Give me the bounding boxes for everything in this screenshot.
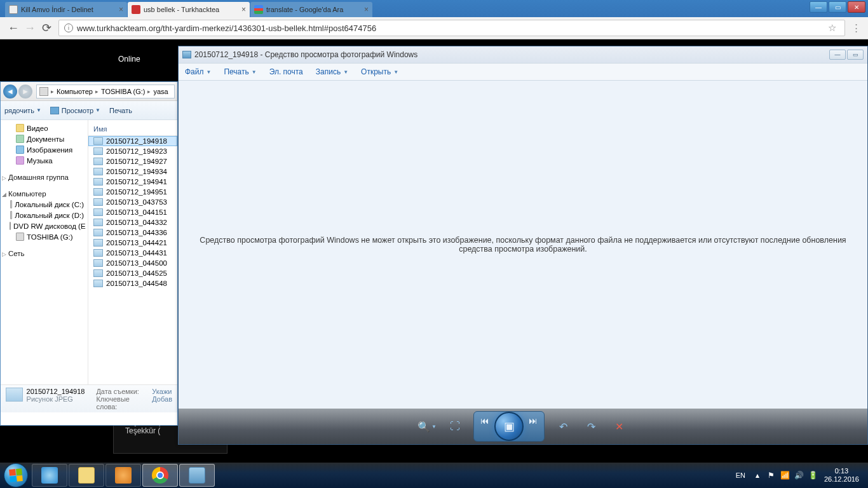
tree-drive-toshiba[interactable]: TOSHIBA (G:) <box>1 231 88 242</box>
menu-burn[interactable]: Запись▼ <box>316 67 348 76</box>
breadcrumb-seg[interactable]: Компьютер <box>55 88 95 95</box>
browser-tab-1[interactable]: usb bellek - Turkhacktea × <box>128 2 250 17</box>
clock[interactable]: 0:13 26.12.2016 <box>824 467 859 484</box>
battery-icon[interactable]: 🔋 <box>808 470 818 480</box>
nav-group: ⏮ ▣ ⏭ <box>473 411 545 442</box>
language-indicator[interactable]: EN <box>736 471 745 479</box>
next-button[interactable]: ⏭ <box>522 412 544 430</box>
chrome-menu-icon[interactable]: ⋮ <box>851 22 863 34</box>
file-row[interactable]: 20150713_044431 <box>88 248 177 258</box>
breadcrumb-arrow-icon[interactable]: ▸ <box>147 88 151 95</box>
folder-icon <box>16 124 24 132</box>
rotate-ccw-icon: ↶ <box>559 421 567 433</box>
file-row[interactable]: 20150713_044151 <box>88 207 177 217</box>
details-date-value[interactable]: Укажи <box>152 388 172 395</box>
prev-button[interactable]: ⏮ <box>474 412 496 430</box>
explorer-breadcrumb[interactable]: ▸ Компьютер ▸ TOSHIBA (G:) ▸ yasa <box>36 85 175 98</box>
tree-drive-d[interactable]: Локальный диск (D:) <box>1 210 88 220</box>
tree-drive-dvd[interactable]: DVD RW дисковод (E <box>1 220 88 231</box>
network-icon[interactable]: 📶 <box>780 470 790 480</box>
file-row[interactable]: 20150713_044548 <box>88 278 177 288</box>
taskbar-photoviewer[interactable] <box>179 464 215 487</box>
file-row[interactable]: 20150713_043753 <box>88 197 177 207</box>
minimize-button[interactable]: — <box>829 50 846 60</box>
breadcrumb-arrow-icon[interactable]: ▸ <box>95 88 99 95</box>
maximize-button[interactable]: ▭ <box>847 50 864 60</box>
browser-tab-2[interactable]: translate - Google'da Ara × <box>250 2 372 17</box>
site-info-icon[interactable]: i <box>64 24 73 32</box>
file-row[interactable]: 20150713_044332 <box>88 217 177 227</box>
slideshow-button[interactable]: ▣ <box>494 412 524 441</box>
file-row[interactable]: 20150713_044500 <box>88 258 177 268</box>
explorer-forward-button[interactable]: ► <box>18 85 32 98</box>
file-name: 20150712_194927 <box>106 158 167 165</box>
tab-title: Kill Amvo İndir - Delinet <box>21 6 116 13</box>
tree-homegroup[interactable]: ▷Домашняя группа <box>1 172 88 182</box>
drive-icon <box>16 233 24 241</box>
image-thumbnail-icon <box>93 137 103 145</box>
photoviewer-titlebar[interactable]: 20150712_194918 - Средство просмотра фот… <box>179 46 867 63</box>
rotate-cw-button[interactable]: ↷ <box>581 417 600 436</box>
bookmark-star-icon[interactable]: ☆ <box>828 22 839 34</box>
browser-tab-0[interactable]: Kill Amvo İndir - Delinet × <box>5 2 127 17</box>
file-row[interactable]: 20150712_194934 <box>88 166 177 177</box>
tree-videos[interactable]: Видео <box>1 123 88 133</box>
tree-music[interactable]: Музыка <box>1 155 88 166</box>
start-button[interactable] <box>4 463 28 487</box>
organize-menu[interactable]: рядочить▼ <box>4 107 41 114</box>
explorer-back-button[interactable]: ◄ <box>3 85 17 98</box>
taskbar-explorer[interactable] <box>69 464 104 487</box>
file-row[interactable]: 20150712_194951 <box>88 187 177 197</box>
image-thumbnail-icon <box>93 188 103 196</box>
file-row[interactable]: 20150713_044336 <box>88 227 177 238</box>
tree-pictures[interactable]: Изображения <box>1 144 88 155</box>
forward-button[interactable]: → <box>22 20 38 36</box>
taskbar-ie[interactable] <box>32 464 67 487</box>
actual-size-button[interactable]: ⛶ <box>445 417 465 436</box>
tree-documents[interactable]: Документы <box>1 133 88 144</box>
file-name: 20150712_194941 <box>106 178 167 186</box>
file-row[interactable]: 20150713_044525 <box>88 268 177 278</box>
address-bar[interactable]: i www.turkhackteam.org/tht-yardim-merkez… <box>58 20 845 36</box>
file-row[interactable]: 20150712_194918 <box>88 136 177 146</box>
delete-button[interactable]: ✕ <box>609 417 628 436</box>
file-row[interactable]: 20150712_194927 <box>88 156 177 166</box>
rotate-ccw-button[interactable]: ↶ <box>553 417 573 436</box>
tab-close-icon[interactable]: × <box>364 5 369 14</box>
tree-network[interactable]: ▷Сеть <box>1 248 88 259</box>
back-button[interactable]: ← <box>5 20 22 36</box>
minimize-button[interactable]: — <box>810 1 827 13</box>
tree-computer[interactable]: ◢Компьютер <box>1 189 88 199</box>
close-button[interactable]: ✕ <box>848 1 865 13</box>
print-menu[interactable]: Печать <box>109 107 132 114</box>
taskbar-wmp[interactable] <box>105 464 141 487</box>
file-row[interactable]: 20150712_194923 <box>88 146 177 156</box>
tray-arrow-icon[interactable]: ▴ <box>752 470 763 480</box>
file-name: 20150713_044548 <box>106 280 167 287</box>
maximize-button[interactable]: ▭ <box>829 1 846 13</box>
tab-close-icon[interactable]: × <box>119 5 123 14</box>
menu-print[interactable]: Печать▼ <box>224 67 256 76</box>
taskbar-chrome[interactable] <box>142 464 178 487</box>
file-row[interactable]: 20150712_194941 <box>88 177 177 187</box>
menu-email[interactable]: Эл. почта <box>269 67 303 76</box>
image-thumbnail-icon <box>93 239 103 247</box>
zoom-button[interactable]: 🔍▼ <box>417 417 437 436</box>
breadcrumb-arrow-icon[interactable]: ▸ <box>50 88 55 95</box>
breadcrumb-seg[interactable]: TOSHIBA (G:) <box>99 88 147 95</box>
breadcrumb-seg[interactable]: yasa <box>151 88 170 95</box>
tree-drive-c[interactable]: Локальный диск (C:) <box>1 199 88 210</box>
chrome-toolbar: ← → ⟳ i www.turkhackteam.org/tht-yardim-… <box>0 17 868 39</box>
menu-open[interactable]: Открыть▼ <box>361 67 398 76</box>
file-name: 20150712_194951 <box>106 188 167 196</box>
image-thumbnail-icon <box>93 198 103 206</box>
view-menu[interactable]: Просмотр▼ <box>50 107 100 114</box>
column-header-name[interactable]: Имя <box>88 123 177 136</box>
reload-button[interactable]: ⟳ <box>38 20 55 36</box>
volume-icon[interactable]: 🔊 <box>794 470 804 480</box>
menu-file[interactable]: Файл▼ <box>185 67 211 76</box>
tab-close-icon[interactable]: × <box>241 5 246 14</box>
file-row[interactable]: 20150713_044421 <box>88 238 177 248</box>
details-tags-value[interactable]: Добав <box>152 395 172 403</box>
action-center-icon[interactable]: ⚑ <box>766 470 776 480</box>
